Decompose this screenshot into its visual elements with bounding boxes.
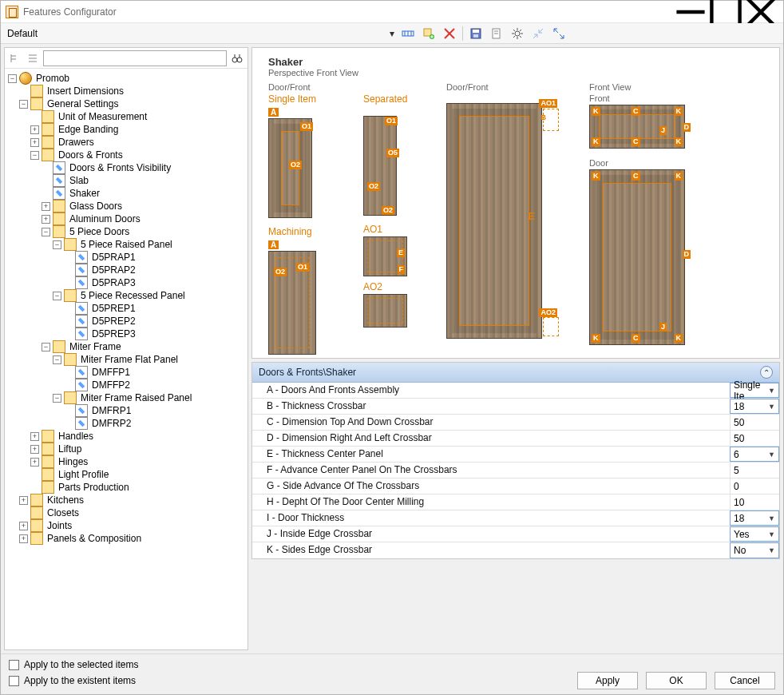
tree-item[interactable]: Edge Banding	[57, 123, 120, 136]
tree-item[interactable]: Liftup	[57, 443, 83, 455]
property-value[interactable]: 6▼	[730, 447, 779, 462]
settings-tree[interactable]: −Promob Insert Dimensions −General Setti…	[5, 69, 247, 649]
add-icon[interactable]	[421, 26, 437, 42]
property-row[interactable]: B - Thickness Crossbar18▼	[252, 399, 779, 415]
tree-item[interactable]: Miter Frame Raised Panel	[79, 391, 193, 404]
tree-item[interactable]: Panels & Composition	[46, 532, 143, 545]
tree-item[interactable]: Handles	[57, 430, 95, 443]
property-value[interactable]: Single Ite▼	[730, 383, 779, 398]
property-value[interactable]: 0	[730, 479, 779, 494]
tree-item[interactable]: 5 Piece Doors	[68, 225, 131, 238]
marker-o1: O1	[385, 117, 398, 125]
tree-item[interactable]: Parts Production	[57, 481, 131, 494]
marker-ao1: AO1	[363, 224, 419, 235]
property-value[interactable]: 5	[730, 463, 779, 478]
collapse-section-icon[interactable]: ⌃	[760, 366, 773, 379]
folder-icon	[64, 391, 77, 404]
tree-item[interactable]: Miter Frame Flat Panel	[79, 353, 180, 366]
chevron-down-icon[interactable]: ▼	[768, 546, 775, 554]
chevron-down-icon[interactable]: ▼	[768, 530, 775, 538]
param-icon	[75, 276, 88, 289]
chevron-down-icon[interactable]: ▼	[768, 514, 775, 522]
marker-k: K	[675, 172, 683, 181]
property-value[interactable]: 18▼	[730, 399, 779, 414]
tree-item[interactable]: 5 Piece Raised Panel	[79, 238, 174, 251]
property-row[interactable]: D - Dimension Right And Left Crossbar50	[252, 431, 779, 447]
tree-item[interactable]: D5PRAP2	[90, 264, 137, 276]
tree-item[interactable]: D5PREP1	[90, 302, 137, 315]
property-row[interactable]: G - Side Advance Of The Crossbars0	[252, 479, 779, 494]
tree-item[interactable]: Light Profile	[57, 468, 110, 481]
marker-ao2: AO2	[363, 281, 419, 292]
save-icon[interactable]	[468, 26, 484, 42]
collapse-arrows-icon[interactable]	[530, 26, 546, 42]
tree-item[interactable]: Glass Doors	[68, 200, 124, 212]
property-row[interactable]: A - Doors And Fronts AssemblySingle Ite▼	[252, 383, 779, 399]
dimension-icon[interactable]	[400, 26, 416, 42]
tree-item[interactable]: Drawers	[57, 136, 96, 149]
tree-item[interactable]: Shaker	[68, 187, 101, 200]
close-button[interactable]	[743, 1, 778, 23]
list-view-icon[interactable]	[26, 51, 40, 66]
property-value[interactable]: 10	[730, 494, 779, 510]
profile-dropdown-icon[interactable]: ▾	[389, 28, 395, 39]
minimize-button[interactable]	[673, 1, 708, 23]
tree-item[interactable]: Unit of Measurement	[57, 110, 148, 123]
expand-arrows-icon[interactable]	[551, 26, 567, 42]
tree-item[interactable]: General Settings	[46, 97, 120, 110]
tree-item[interactable]: D5PREP2	[90, 315, 137, 328]
property-row[interactable]: I - Door Thickness18▼	[252, 510, 779, 526]
tree-item[interactable]: D5PRAP1	[90, 251, 137, 264]
tree-item[interactable]: DMFFP2	[90, 379, 132, 391]
delete-icon[interactable]	[441, 26, 457, 42]
binoculars-icon[interactable]	[230, 51, 244, 66]
tree-item[interactable]: Miter Frame	[68, 340, 123, 353]
toolbar-profile-label[interactable]: Default	[7, 28, 38, 39]
apply-button[interactable]: Apply	[577, 672, 638, 689]
property-row[interactable]: H - Depht Of The Door Center Milling10	[252, 494, 779, 510]
property-row[interactable]: J - Inside Edge CrossbarYes▼	[252, 526, 779, 542]
gear-icon[interactable]	[509, 26, 525, 42]
tree-item[interactable]: Joints	[46, 519, 73, 532]
tree-item[interactable]: DMFFP1	[90, 366, 132, 379]
app-icon	[6, 6, 18, 18]
ok-button[interactable]: OK	[646, 672, 707, 689]
cancel-button[interactable]: Cancel	[715, 672, 775, 689]
tree-root[interactable]: Promob	[34, 72, 71, 85]
preview-label: Machining	[268, 226, 336, 237]
folder-icon	[42, 123, 54, 136]
tree-view-icon[interactable]	[8, 51, 22, 66]
property-row[interactable]: F - Advance Center Panel On The Crossbar…	[252, 463, 779, 479]
property-value[interactable]: 50	[730, 415, 779, 430]
tree-item[interactable]: DMFRP2	[90, 417, 133, 430]
tree-item[interactable]: DMFRP1	[90, 404, 133, 417]
property-row[interactable]: K - Sides Edge CrossbarNo▼	[252, 542, 779, 558]
tree-item[interactable]: Kitchens	[46, 494, 85, 506]
property-value[interactable]: Yes▼	[730, 526, 779, 542]
chevron-down-icon[interactable]: ▼	[768, 387, 775, 395]
tree-item[interactable]: 5 Piece Recessed Panel	[79, 289, 187, 302]
tree-item[interactable]: Hinges	[57, 455, 89, 468]
svg-rect-15	[473, 30, 479, 33]
search-input[interactable]	[43, 50, 227, 66]
property-value[interactable]: No▼	[730, 542, 779, 558]
param-icon	[75, 264, 88, 276]
marker-j: J	[659, 126, 667, 135]
tree-item[interactable]: Slab	[68, 174, 90, 187]
document-icon[interactable]	[489, 26, 505, 42]
tree-item[interactable]: Doors & Fronts Visibility	[68, 161, 172, 174]
chevron-down-icon[interactable]: ▼	[768, 403, 775, 411]
tree-item[interactable]: D5PRAP3	[90, 276, 137, 289]
property-row[interactable]: C - Dimension Top And Down Crossbar50	[252, 415, 779, 431]
property-value[interactable]: 18▼	[730, 510, 779, 526]
tree-item[interactable]: Closets	[46, 506, 81, 519]
chevron-down-icon[interactable]: ▼	[768, 451, 775, 459]
tree-item[interactable]: Aluminum Doors	[68, 212, 142, 225]
tree-item[interactable]: D5PREP3	[90, 328, 137, 340]
property-value[interactable]: 50	[730, 431, 779, 446]
property-row[interactable]: E - Thickness Center Panel6▼	[252, 447, 779, 463]
tree-item[interactable]: Doors & Fronts	[57, 149, 125, 161]
apply-selected-checkbox[interactable]	[9, 660, 19, 670]
maximize-button[interactable]	[708, 1, 743, 23]
tree-item[interactable]: Insert Dimensions	[46, 85, 125, 97]
